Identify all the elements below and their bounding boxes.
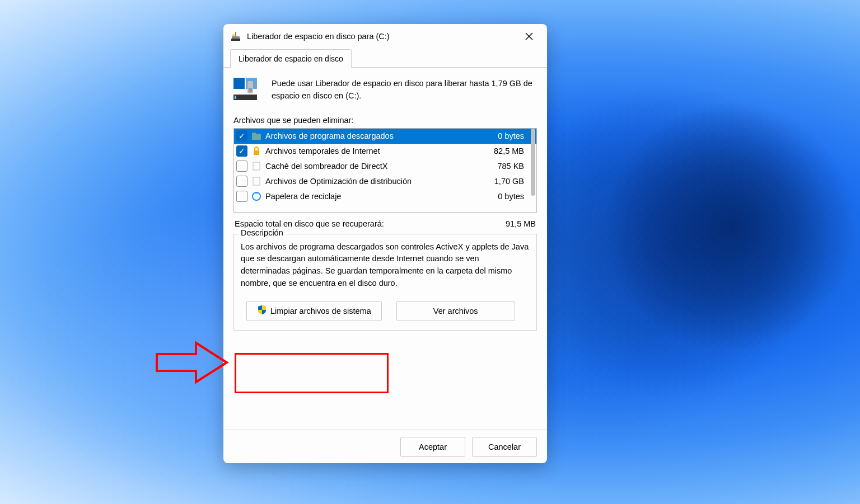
file-checkbox[interactable]: ✓ — [236, 130, 247, 142]
file-size: 82,5 MB — [494, 147, 534, 156]
file-checkbox[interactable]: ✓ — [236, 145, 247, 157]
file-list-label: Archivos que se pueden eliminar: — [233, 116, 537, 125]
close-icon — [525, 32, 533, 40]
svg-rect-0 — [231, 39, 240, 41]
uac-shield-icon — [257, 305, 267, 317]
svg-rect-6 — [233, 95, 257, 100]
file-size: 0 bytes — [498, 192, 534, 201]
svg-rect-15 — [253, 162, 260, 170]
lock-icon — [251, 145, 262, 157]
ok-button[interactable]: Aceptar — [400, 437, 465, 457]
description-group: Descripción Los archivos de programa des… — [233, 234, 537, 331]
file-name: Caché del sombreador de DirectX — [265, 162, 497, 171]
svg-point-3 — [232, 34, 235, 36]
intro-text: Puede usar Liberador de espacio en disco… — [272, 78, 537, 102]
file-row[interactable]: Archivos de Optimización de distribución… — [234, 174, 536, 189]
file-size: 1,70 GB — [494, 177, 534, 186]
file-list[interactable]: ✓Archivos de programa descargados0 bytes… — [233, 128, 537, 213]
file-name: Archivos temporales de Internet — [265, 147, 494, 156]
svg-rect-8 — [233, 78, 245, 89]
clean-system-files-button[interactable]: Limpiar archivos de sistema — [246, 301, 382, 321]
svg-rect-2 — [235, 32, 236, 36]
cancel-button[interactable]: Cancelar — [472, 437, 537, 457]
view-files-button[interactable]: Ver archivos — [396, 301, 515, 321]
total-space-row: Espacio total en disco que se recuperará… — [235, 219, 536, 228]
file-size: 0 bytes — [498, 131, 534, 140]
file-name: Archivos de programa descargados — [265, 131, 498, 140]
file-checkbox[interactable] — [236, 191, 247, 202]
svg-rect-7 — [235, 96, 236, 99]
window-title: Liberador de espacio en disco para (C:) — [247, 32, 517, 41]
drive-cleanup-icon — [233, 78, 261, 101]
file-row[interactable]: Caché del sombreador de DirectX785 KB — [234, 159, 536, 174]
svg-rect-1 — [232, 36, 240, 39]
svg-rect-11 — [249, 88, 252, 92]
file-size: 785 KB — [497, 162, 534, 171]
disk-cleanup-dialog: Liberador de espacio en disco para (C:) … — [223, 24, 547, 463]
tabbar: Liberador de espacio en disco — [223, 49, 547, 68]
file-checkbox[interactable] — [236, 176, 247, 187]
svg-rect-16 — [253, 177, 260, 185]
svg-rect-14 — [254, 150, 259, 155]
file-name: Papelera de reciclaje — [265, 192, 498, 201]
blank-icon — [251, 176, 262, 187]
scrollbar-thumb[interactable] — [531, 129, 535, 196]
description-legend: Descripción — [239, 228, 286, 237]
file-row[interactable]: ✓Archivos temporales de Internet82,5 MB — [234, 144, 536, 159]
file-row[interactable]: ✓Archivos de programa descargados0 bytes — [234, 129, 536, 144]
close-button[interactable] — [517, 27, 541, 45]
file-row[interactable]: Papelera de reciclaje0 bytes — [234, 189, 536, 204]
disk-cleanup-icon — [230, 31, 241, 42]
total-label: Espacio total en disco que se recuperará… — [235, 219, 384, 228]
folder-icon — [251, 130, 262, 142]
tab-disk-cleanup[interactable]: Liberador de espacio en disco — [230, 49, 352, 68]
dialog-footer: Aceptar Cancelar — [223, 430, 547, 463]
recycle-icon — [251, 191, 262, 202]
intro-section: Puede usar Liberador de espacio en disco… — [233, 78, 537, 102]
description-text: Los archivos de programa descargados son… — [241, 241, 530, 290]
file-name: Archivos de Optimización de distribución — [265, 177, 494, 186]
view-files-label: Ver archivos — [433, 307, 478, 315]
clean-system-files-label: Limpiar archivos de sistema — [270, 307, 371, 315]
total-value: 91,5 MB — [506, 219, 536, 228]
file-checkbox[interactable] — [236, 161, 247, 172]
blank-icon — [251, 161, 262, 172]
svg-rect-13 — [252, 133, 256, 135]
titlebar: Liberador de espacio en disco para (C:) — [223, 24, 547, 49]
